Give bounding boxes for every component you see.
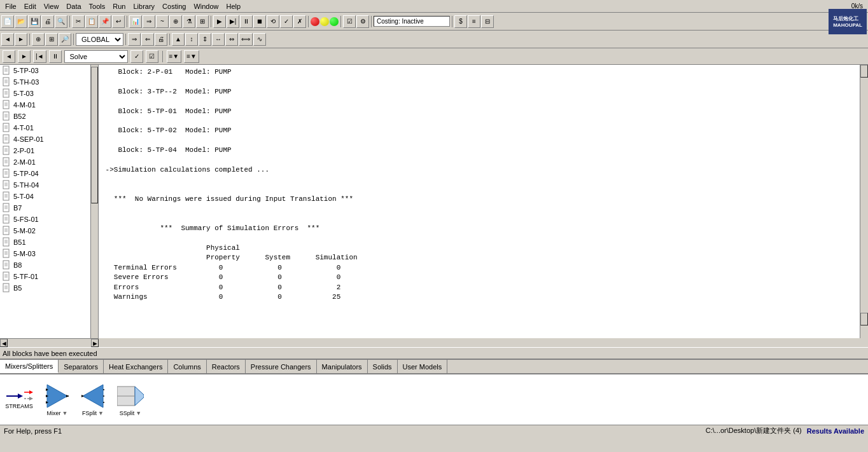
tools11-button[interactable]: ⟺ [239,33,253,46]
menu-data[interactable]: Data [62,1,85,11]
sidebar-item[interactable]: B7 [0,202,98,214]
tools7-button[interactable]: ↕ [185,33,198,46]
sidebar-item[interactable]: 5-FS-01 [0,214,98,225]
menu-view[interactable]: View [40,1,63,11]
sidebar-item[interactable]: 2-P-01 [0,145,98,156]
mix-button[interactable]: ⊕ [169,15,182,28]
copy-button[interactable]: 📋 [85,15,98,28]
tab-pressure-changers[interactable]: Pressure Changers [246,360,317,373]
sidebar-hscrollbar[interactable]: ◄ ► [0,338,99,347]
run-button[interactable]: ▶ [213,15,226,28]
tools3-button[interactable]: ⇒ [128,33,141,46]
tools5-button[interactable]: 🖨 [155,33,167,46]
streams-item[interactable]: STREAMS [5,390,33,409]
stop-button[interactable]: ⏹ [253,15,266,28]
fsplit-item[interactable]: FSplit ▼ [81,383,104,416]
mixer-dropdown[interactable]: ▼ [62,410,68,416]
tool1[interactable]: ⊞ [196,15,209,28]
content-scrollbar[interactable] [860,65,868,338]
view-options[interactable]: ≡▼ [167,50,182,63]
check2-button[interactable]: ☑ [343,15,356,28]
nav2-button[interactable]: ⊞ [45,33,58,46]
find-button[interactable]: 🔍 [55,15,67,28]
react-button[interactable]: ⚗ [183,15,195,28]
menu-library[interactable]: Library [129,1,158,11]
tab-reactors[interactable]: Reactors [207,360,246,373]
sidebar-item[interactable]: B5 [0,282,98,294]
tools4-button[interactable]: ⇐ [141,33,154,46]
sidebar-item[interactable]: 5-TF-01 [0,271,98,282]
nav3-button[interactable]: 🔎 [59,33,71,46]
sidebar-item[interactable]: 4-T-01 [0,122,98,134]
tools6-button[interactable]: ▲ [172,33,185,46]
tools10-button[interactable]: ⇔ [225,33,238,46]
sidebar-item[interactable]: B52 [0,111,98,122]
tab-heat-exchangers[interactable]: Heat Exchangers [104,360,168,373]
tab-mixers-splitters[interactable]: Mixers/Splitters [0,360,59,373]
pause-button[interactable]: ⏸ [240,15,253,28]
reset-button[interactable]: ⟲ [267,15,279,28]
ssplit-dropdown[interactable]: ▼ [136,410,141,416]
sidebar-item[interactable]: 5-TH-04 [0,179,98,191]
sidebar-item[interactable]: B8 [0,259,98,271]
sidebar-item[interactable]: B51 [0,236,98,248]
global-select[interactable]: GLOBAL [76,33,123,46]
new-button[interactable]: 📄 [1,15,14,28]
save-button[interactable]: 💾 [28,15,41,28]
play-pause[interactable]: ⏸ [49,50,62,63]
sidebar-item[interactable]: 5-T-04 [0,191,98,202]
back-button[interactable]: ◄ [1,33,14,46]
costing-btn1[interactable]: $ [454,15,467,28]
sidebar-scrollbar[interactable] [90,65,98,338]
fsplit-dropdown[interactable]: ▼ [98,410,104,416]
menu-tools[interactable]: Tools [85,1,109,11]
chart-button[interactable]: 📊 [129,15,142,28]
play-next[interactable]: ► [18,50,31,63]
solve-check2[interactable]: ☑ [146,50,158,63]
tools8-button[interactable]: ⇕ [199,33,211,46]
x-button[interactable]: ✗ [293,15,306,28]
solve-check[interactable]: ✓ [130,50,143,63]
costing-btn2[interactable]: ≡ [468,15,480,28]
menu-help[interactable]: Help [223,1,245,11]
solve-mode-select[interactable]: Solve [64,50,128,63]
log-content-area[interactable]: Block: 2-P-01 Model: PUMP Block: 3-TP--2… [99,65,860,338]
stream-button[interactable]: ⇒ [143,15,155,28]
sidebar-item[interactable]: 5-TP-04 [0,168,98,179]
sidebar-item[interactable]: 5-T-03 [0,88,98,99]
sidebar-item[interactable]: 4-M-01 [0,99,98,111]
sidebar-item[interactable]: 5-M-03 [0,248,98,259]
tools12-button[interactable]: ∿ [253,33,266,46]
menu-edit[interactable]: Edit [20,1,40,11]
view-options2[interactable]: ≡▼ [184,50,199,63]
check-button[interactable]: ✓ [280,15,293,28]
play-prev[interactable]: ◄ [3,50,15,63]
mixer-item[interactable]: Mixer ▼ [46,383,69,416]
sidebar-item[interactable]: 5-TH-03 [0,76,98,88]
tab-manipulators[interactable]: Manipulators [317,360,368,373]
menu-file[interactable]: File [1,1,20,11]
sidebar-item[interactable]: 5-TP-03 [0,65,98,76]
print-button[interactable]: 🖨 [41,15,54,28]
fwd-button[interactable]: ► [15,33,27,46]
tools9-button[interactable]: ↔ [212,33,225,46]
nav-button[interactable]: ⊕ [32,33,45,46]
paste-button[interactable]: 📌 [99,15,111,28]
menu-run[interactable]: Run [109,1,129,11]
sidebar-item[interactable]: 2-M-01 [0,156,98,168]
menu-window[interactable]: Window [190,1,222,11]
flow-button[interactable]: ~ [156,15,169,28]
step-button[interactable]: ▶| [227,15,239,28]
sidebar-item[interactable]: 4-SEP-01 [0,134,98,145]
cut-button[interactable]: ✂ [72,15,85,28]
open-button[interactable]: 📂 [15,15,27,28]
tab-solids[interactable]: Solids [368,360,398,373]
sidebar-item[interactable]: 5-M-02 [0,225,98,236]
undo-button[interactable]: ↩ [112,15,125,28]
menu-costing[interactable]: Costing [158,1,190,11]
ssplit-item[interactable]: SSplit ▼ [117,383,144,416]
tab-separators[interactable]: Separators [59,360,104,373]
settings-button[interactable]: ⚙ [356,15,369,28]
costing-btn3[interactable]: ⊟ [481,15,494,28]
play-first[interactable]: |◄ [33,50,46,63]
